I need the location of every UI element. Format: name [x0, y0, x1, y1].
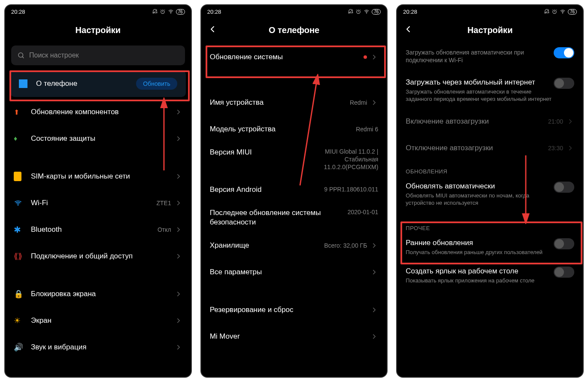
- wifi-icon: [363, 9, 370, 15]
- wifi-download-row[interactable]: Загружать обновления автоматически при п…: [397, 42, 583, 69]
- mobile-download-row[interactable]: Загружать через мобильный интернет Загру…: [397, 69, 583, 108]
- chevron-right-icon: [370, 268, 378, 276]
- wifi-download-toggle[interactable]: [554, 47, 574, 58]
- auto-update-label: Обновлять автоматически: [406, 182, 554, 191]
- shortcut-row[interactable]: Создать ярлык на рабочем столе Показыват…: [397, 261, 583, 290]
- early-updates-toggle[interactable]: [554, 238, 574, 249]
- mobile-download-sub: Загружать обновления автоматически в теч…: [406, 88, 554, 103]
- section-other: ПРОЧЕЕ: [397, 212, 583, 233]
- chevron-right-icon: [370, 53, 378, 61]
- share-icon: ⟪⟫: [14, 252, 22, 261]
- device-model-value: Redmi 6: [356, 125, 378, 133]
- system-update-label: Обновление системы: [210, 52, 364, 62]
- chevron-right-icon: [175, 226, 182, 233]
- all-specs-row[interactable]: Все параметры: [201, 259, 387, 285]
- backup-reset-row[interactable]: Резервирование и сброс: [201, 297, 387, 323]
- auto-update-row[interactable]: Обновлять автоматически Обновлять MIUI а…: [397, 176, 583, 212]
- backup-reset-label: Резервирование и сброс: [210, 305, 367, 315]
- search-placeholder: Поиск настроек: [29, 52, 79, 59]
- display-row[interactable]: ☀ Экран: [5, 307, 191, 334]
- status-icons: 76: [544, 9, 577, 15]
- update-indicator-dot: [364, 55, 367, 59]
- mi-mover-label: Mi Mover: [210, 332, 367, 341]
- early-updates-row[interactable]: Ранние обновления Получать обновления ра…: [397, 233, 583, 261]
- component-updates-row[interactable]: ⬆ Обновление компонентов: [5, 99, 191, 125]
- mobile-download-toggle[interactable]: [554, 78, 574, 89]
- chevron-right-icon: [370, 333, 378, 340]
- svg-point-8: [366, 13, 367, 14]
- settings-list: О телефоне Обновить ⬆ Обновление компоне…: [5, 70, 191, 365]
- chevron-right-icon: [175, 343, 182, 351]
- sim-cards-label: SIM-карты и мобильные сети: [31, 172, 171, 181]
- update-settings-list: Загружать обновления автоматически при п…: [397, 42, 583, 294]
- android-version-value: 9 PPR1.180610.011: [324, 185, 378, 193]
- battery-badge: 76: [176, 9, 185, 15]
- shortcut-label: Создать ярлык на рабочем столе: [406, 267, 554, 276]
- auto-update-sub: Обновлять MIUI автоматически по ночам, к…: [406, 192, 554, 207]
- arrow-up-icon: ⬆: [14, 108, 19, 116]
- status-icons: 76: [348, 9, 381, 15]
- header: Настройки: [397, 18, 583, 42]
- chevron-right-icon: [370, 306, 378, 314]
- mi-mover-row[interactable]: Mi Mover: [201, 323, 387, 350]
- section-updates: ОБНОВЛЕНИЯ: [397, 161, 583, 176]
- shield-icon: ♦: [14, 135, 17, 142]
- svg-point-4: [18, 205, 19, 206]
- status-bar: 20:28 76: [5, 5, 191, 18]
- search-icon: [17, 52, 25, 59]
- sound-icon: 🔊: [14, 343, 23, 352]
- shortcut-sub: Показывать ярлык приложения на рабочем с…: [406, 277, 554, 285]
- wifi-value: ZTE1: [156, 199, 171, 207]
- android-version-row[interactable]: Версия Android 9 PPR1.180610.011: [201, 176, 387, 203]
- shortcut-toggle[interactable]: [554, 267, 574, 278]
- system-update-row[interactable]: Обновление системы: [201, 42, 387, 72]
- download-start-row[interactable]: Включение автозагрузки 21:00: [397, 108, 583, 135]
- download-end-row[interactable]: Отключение автозагрузки 23:30: [397, 135, 583, 161]
- download-end-value: 23:30: [548, 144, 563, 152]
- bluetooth-icon: ✱: [14, 224, 21, 235]
- download-end-label: Отключение автозагрузки: [406, 143, 548, 153]
- storage-row[interactable]: Хранилище Всего: 32,00 ГБ: [201, 232, 387, 259]
- security-status-row[interactable]: ♦ Состояние защиты: [5, 125, 191, 152]
- search-input[interactable]: Поиск настроек: [11, 45, 185, 65]
- chevron-right-icon: [175, 252, 182, 260]
- sim-cards-row[interactable]: SIM-карты и мобильные сети: [5, 163, 191, 190]
- early-updates-label: Ранние обновления: [406, 238, 554, 248]
- miui-version-row[interactable]: Версия MIUI MIUI Global 11.0.2 | Стабиль…: [201, 142, 387, 176]
- device-name-label: Имя устройства: [210, 98, 350, 107]
- dnd-icon: [152, 9, 158, 15]
- page-title: Настройки: [467, 25, 513, 35]
- bluetooth-row[interactable]: ✱ Bluetooth Откл: [5, 216, 191, 243]
- device-name-row[interactable]: Имя устройства Redmi: [201, 89, 387, 116]
- about-phone-row[interactable]: О телефоне Обновить: [10, 70, 186, 97]
- chevron-right-icon: [370, 99, 378, 106]
- wifi-download-label: Загружать обновления автоматически при п…: [406, 49, 554, 64]
- about-phone-label: О телефоне: [36, 79, 136, 88]
- header: О телефоне: [201, 18, 387, 42]
- connection-sharing-label: Подключение и общий доступ: [31, 252, 171, 261]
- connection-sharing-row[interactable]: ⟪⟫ Подключение и общий доступ: [5, 243, 191, 270]
- sound-row[interactable]: 🔊 Звук и вибрация: [5, 334, 191, 361]
- security-patch-row[interactable]: Последнее обновление системы безопасност…: [201, 203, 387, 232]
- back-button[interactable]: [403, 24, 413, 36]
- lock-screen-label: Блокировка экрана: [31, 289, 171, 299]
- alarm-icon: [552, 9, 558, 15]
- update-badge[interactable]: Обновить: [136, 78, 177, 90]
- wifi-icon: [14, 199, 22, 207]
- status-bar: 20:28 76: [201, 5, 387, 18]
- update-settings-screen: 20:28 76 Настройки Загружать обновления …: [396, 4, 584, 378]
- dnd-icon: [348, 9, 354, 15]
- lock-screen-row[interactable]: 🔒 Блокировка экрана: [5, 281, 191, 307]
- auto-update-toggle[interactable]: [554, 182, 574, 193]
- wifi-row[interactable]: Wi-Fi ZTE1: [5, 190, 191, 216]
- sound-label: Звук и вибрация: [31, 343, 171, 352]
- chevron-right-icon: [175, 135, 182, 142]
- device-model-row[interactable]: Модель устройства Redmi 6: [201, 116, 387, 142]
- back-button[interactable]: [207, 24, 218, 36]
- chevron-right-icon: [175, 290, 182, 298]
- chevron-right-icon: [567, 118, 574, 125]
- bluetooth-label: Bluetooth: [31, 225, 158, 234]
- display-label: Экран: [31, 316, 171, 325]
- wifi-icon: [559, 9, 566, 15]
- chevron-right-icon: [370, 242, 378, 249]
